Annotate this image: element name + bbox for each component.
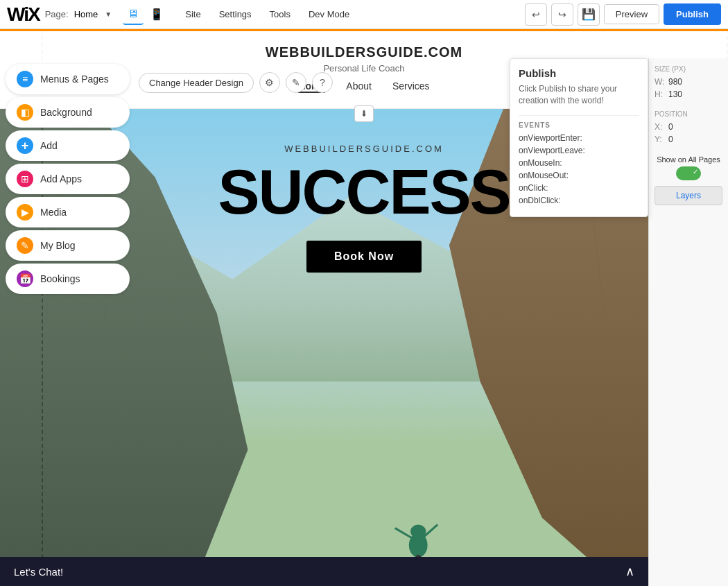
width-key: W: xyxy=(655,77,666,87)
y-key: Y: xyxy=(655,135,666,144)
mobile-view-icon[interactable]: 📱 xyxy=(146,4,167,25)
chat-widget[interactable]: Let's Chat! ∧ xyxy=(0,557,648,586)
show-all-toggle-wrapper xyxy=(655,166,722,180)
layers-button[interactable]: Layers xyxy=(655,186,722,205)
settings-nav-item[interactable]: Settings xyxy=(212,5,259,24)
sidebar-item-menus-pages[interactable]: ≡ Menus & Pages xyxy=(6,64,130,94)
y-row: Y: 0 xyxy=(655,135,722,144)
undo-button[interactable]: ↩ xyxy=(525,3,547,26)
events-section: EVENTS onViewportEnter: onViewportLeave:… xyxy=(519,115,639,205)
header-edit-icon[interactable]: ✎ xyxy=(286,72,306,93)
page-label: Page: xyxy=(45,9,69,19)
site-tagline: Personal Life Coach xyxy=(323,63,404,74)
event-click: onClick: xyxy=(519,183,639,193)
header-help-icon[interactable]: ? xyxy=(312,72,333,93)
hero-book-button[interactable]: Book Now xyxy=(306,241,422,273)
site-nav-about[interactable]: About xyxy=(346,80,372,93)
sidebar-item-media[interactable]: ▶ Media xyxy=(6,197,130,227)
preview-button[interactable]: Preview xyxy=(604,4,659,24)
sidebar-label-bookings: Bookings xyxy=(40,273,80,284)
events-label: EVENTS xyxy=(519,115,639,129)
top-bar-right: ↩ ↪ 💾 Preview Publish xyxy=(525,3,721,26)
sidebar-item-add[interactable]: + Add xyxy=(6,130,130,161)
height-key: H: xyxy=(655,89,666,99)
background-icon: ◧ xyxy=(17,104,33,121)
right-panel: Size (px) W: 980 H: 130 Position X: 0 Y:… xyxy=(648,58,728,586)
redo-button[interactable]: ↪ xyxy=(551,3,573,26)
menus-pages-icon: ≡ xyxy=(17,71,33,87)
download-icon[interactable]: ⬇ xyxy=(354,105,374,122)
sidebar-item-add-apps[interactable]: ⊞ Add Apps xyxy=(6,164,130,194)
top-nav-items: Site Settings Tools Dev Mode xyxy=(178,5,356,24)
width-val: 980 xyxy=(668,77,682,87)
publish-tooltip-text: Click Publish to share your creation wit… xyxy=(519,83,639,107)
media-icon: ▶ xyxy=(17,204,33,221)
orange-top-border xyxy=(0,29,728,31)
bookings-icon: 📅 xyxy=(17,270,33,287)
publish-button[interactable]: Publish xyxy=(664,3,721,25)
page-dropdown-icon[interactable]: ▼ xyxy=(105,10,112,18)
x-row: X: 0 xyxy=(655,122,722,132)
show-all-pages-section: Show on All Pages xyxy=(655,155,722,180)
tools-nav-item[interactable]: Tools xyxy=(263,5,297,24)
page-name[interactable]: Home xyxy=(74,9,98,19)
add-apps-icon: ⊞ xyxy=(17,171,33,187)
wix-logo: WiX xyxy=(7,3,40,26)
view-icons: 🖥 📱 xyxy=(123,4,167,25)
save-button[interactable]: 💾 xyxy=(578,3,600,26)
sidebar-item-background[interactable]: ◧ Background xyxy=(6,97,130,128)
my-blog-icon: ✎ xyxy=(17,237,33,254)
y-val: 0 xyxy=(668,135,673,144)
sidebar-item-my-blog[interactable]: ✎ My Blog xyxy=(6,230,130,261)
devmode-nav-item[interactable]: Dev Mode xyxy=(302,5,356,24)
change-header-design-button[interactable]: Change Header Design xyxy=(139,73,254,93)
wix-logo-text: WiX xyxy=(7,3,40,26)
header-controls: Change Header Design ⚙ ✎ ? xyxy=(139,72,333,93)
event-viewport-leave: onViewportLeave: xyxy=(519,146,639,155)
site-nav-item[interactable]: Site xyxy=(178,5,207,24)
header-settings-icon[interactable]: ⚙ xyxy=(259,72,280,93)
event-mouse-in: onMouseIn: xyxy=(519,158,639,168)
show-all-toggle[interactable] xyxy=(676,166,701,180)
left-sidebar: ≡ Menus & Pages ◧ Background + Add ⊞ Add… xyxy=(0,58,135,300)
top-bar: WiX Page: Home ▼ 🖥 📱 Site Settings Tools… xyxy=(0,0,728,29)
chat-text: Let's Chat! xyxy=(14,566,63,578)
height-val: 130 xyxy=(668,89,682,99)
site-logo: WEBBUILDERSGUIDE.COM xyxy=(266,44,462,60)
height-row: H: 130 xyxy=(655,89,722,99)
sidebar-label-media: Media xyxy=(40,207,67,218)
sidebar-label-menus-pages: Menus & Pages xyxy=(40,74,109,85)
chat-chevron-icon: ∧ xyxy=(625,564,634,579)
position-section: Position X: 0 Y: 0 xyxy=(655,110,722,144)
sidebar-label-my-blog: My Blog xyxy=(40,240,76,251)
publish-tooltip: Publish Click Publish to share your crea… xyxy=(510,58,648,217)
sidebar-label-add-apps: Add Apps xyxy=(40,173,82,184)
show-all-label: Show on All Pages xyxy=(655,155,722,164)
sidebar-label-background: Background xyxy=(40,107,92,118)
width-row: W: 980 xyxy=(655,77,722,87)
event-viewport-enter: onViewportEnter: xyxy=(519,133,639,143)
x-key: X: xyxy=(655,122,666,132)
site-nav-services[interactable]: Services xyxy=(392,80,430,93)
publish-tooltip-title: Publish xyxy=(519,67,639,79)
size-section: Size (px) W: 980 H: 130 xyxy=(655,65,722,99)
event-mouse-out: onMouseOut: xyxy=(519,171,639,180)
sidebar-item-bookings[interactable]: 📅 Bookings xyxy=(6,264,130,294)
sidebar-label-add: Add xyxy=(40,140,58,151)
canvas: WEBBUILDERSGUIDE.COM Personal Life Coach… xyxy=(0,29,728,586)
x-val: 0 xyxy=(668,122,673,132)
size-label: Size (px) xyxy=(655,65,722,73)
position-label: Position xyxy=(655,110,722,118)
add-icon: + xyxy=(17,137,33,154)
event-dbl-click: onDblClick: xyxy=(519,196,639,205)
desktop-view-icon[interactable]: 🖥 xyxy=(123,4,144,25)
